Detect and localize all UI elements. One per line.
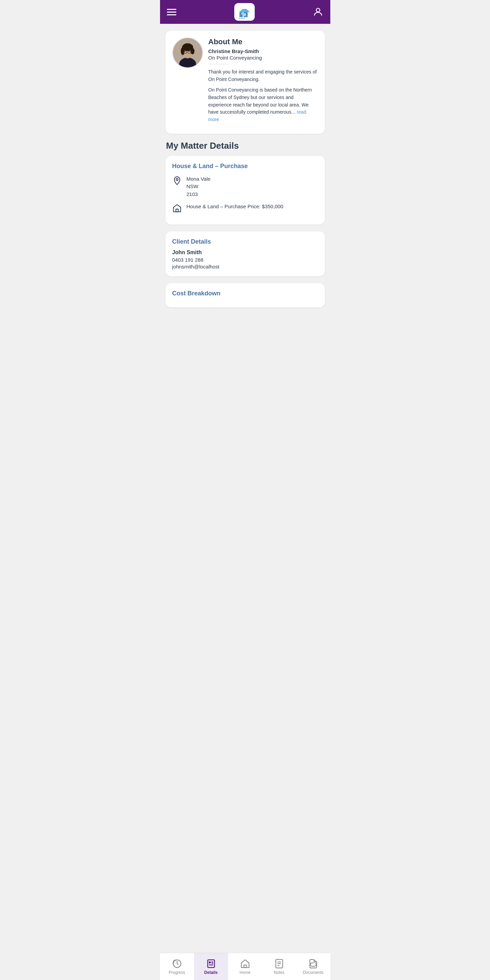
location-text: Mona Vale NSW 2103 [187,175,211,198]
client-title: Client Details [172,238,318,245]
svg-point-21 [209,961,211,963]
svg-point-17 [176,178,178,180]
house-icon [172,204,182,213]
cost-breakdown-card: Cost Breakdown [166,283,325,307]
company-name: On Point Conveyancing [208,55,318,60]
nav-details[interactable]: Details [194,953,228,980]
nav-documents-label: Documents [303,970,324,975]
logo: On Point [234,3,255,21]
user-icon[interactable] [313,6,324,18]
svg-rect-4 [241,13,242,14]
about-paragraph-1: Thank you for interest and engaging the … [208,68,318,83]
nav-notes-label: Notes [274,970,284,975]
svg-point-13 [190,48,194,54]
nav-progress-label: Progress [169,970,185,975]
home-icon [240,959,250,969]
svg-rect-25 [244,965,247,967]
svg-text:On Point: On Point [238,18,245,19]
nav-progress[interactable]: Progress [160,953,194,980]
app-header: On Point [160,0,330,24]
svg-rect-18 [176,209,178,212]
consultant-name: Christine Bray-Smith [208,48,318,54]
svg-rect-20 [208,959,214,967]
about-paragraph-2: On Point Conveyancing is based on the No… [208,86,318,123]
matter-card: House & Land – Purchase Mona Vale NSW 21… [166,156,325,225]
nav-home[interactable]: Home [228,953,262,980]
logo-image: On Point [238,5,251,19]
progress-icon [172,959,182,969]
svg-rect-0 [239,12,243,18]
avatar [172,37,203,68]
nav-details-label: Details [204,970,218,975]
svg-rect-3 [244,14,246,16]
nav-documents[interactable]: Documents [296,953,330,980]
notes-icon [274,959,284,969]
documents-icon [308,959,318,969]
divider [208,64,229,64]
about-me-card: About Me Christine Bray-Smith On Point C… [166,30,325,134]
location-row: Mona Vale NSW 2103 [172,175,318,198]
bottom-navigation: Progress Details Home Notes [160,953,330,980]
matter-details-heading: My Matter Details [166,140,325,151]
price-row: House & Land – Purchase Price: $350,000 [172,203,318,213]
client-details-card: Client Details John Smith 0403 191 288 j… [166,231,325,276]
client-phone: 0403 191 288 [172,257,318,263]
menu-button[interactable] [167,9,176,15]
price-text: House & Land – Purchase Price: $350,000 [187,203,283,211]
main-content: About Me Christine Bray-Smith On Point C… [160,24,330,953]
svg-point-12 [180,47,184,55]
matter-title: House & Land – Purchase [172,163,318,170]
nav-home-label: Home [239,970,250,975]
details-icon [206,959,216,969]
client-name: John Smith [172,250,318,256]
cost-title: Cost Breakdown [172,290,318,297]
svg-point-6 [316,8,320,12]
client-email: johnsmith@localhost [172,264,318,269]
about-me-title: About Me [208,37,318,46]
svg-marker-2 [239,9,250,12]
nav-notes[interactable]: Notes [262,953,296,980]
location-icon [172,176,182,185]
